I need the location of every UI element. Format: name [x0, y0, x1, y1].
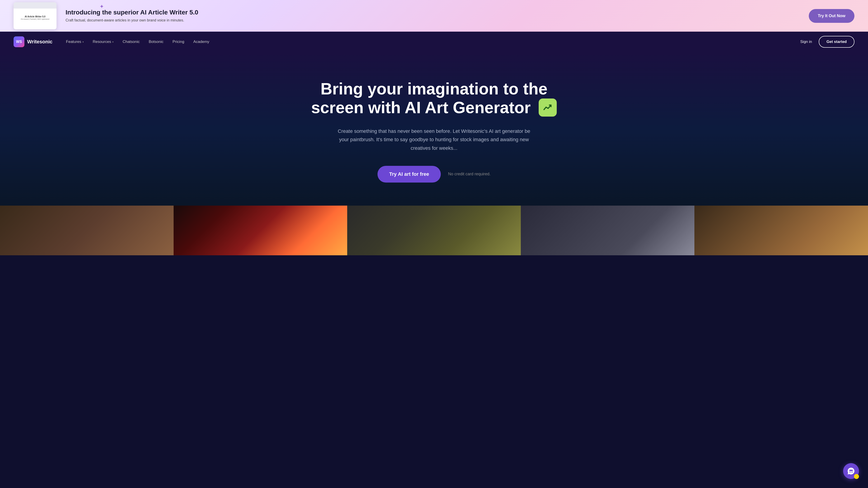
hero-cta-row: Try AI art for free No credit card requi…: [377, 166, 491, 183]
banner-product-subtitle: On-brand | Factual | SEO optimized: [16, 18, 54, 20]
hero-title-line1: Bring your imagination to the: [320, 80, 548, 98]
hero-title: Bring your imagination to the screen wit…: [311, 79, 557, 118]
nav-item-pricing[interactable]: Pricing: [173, 39, 184, 44]
chevron-down-icon-2: ▾: [112, 41, 114, 43]
chevron-down-icon: ▾: [83, 41, 84, 43]
logo-text: Writesonic: [27, 39, 53, 45]
gallery-strip: [0, 205, 868, 255]
hero-cta-note: No credit card required.: [448, 172, 491, 176]
banner-description: Craft factual, document-aware articles i…: [66, 18, 809, 23]
nav-item-features-label: Features: [66, 39, 81, 44]
sparkle-icon-2: ✦: [99, 3, 104, 10]
chart-trend-icon: [543, 103, 553, 112]
gallery-image-3: [347, 205, 521, 255]
sign-in-button[interactable]: Sign in: [800, 39, 812, 44]
navbar: WS Writesonic Features ▾ Resources ▾ Cha…: [0, 32, 868, 52]
nav-item-academy[interactable]: Academy: [193, 39, 209, 44]
banner-text-content: Introducing the superior AI Article Writ…: [66, 9, 809, 23]
nav-item-resources[interactable]: Resources ▾: [93, 39, 114, 44]
hero-cta-button[interactable]: Try AI art for free: [377, 166, 441, 183]
banner-product-image: AI Article Writer 5.0 On-brand | Factual…: [13, 2, 57, 29]
banner-heading: Introducing the superior AI Article Writ…: [66, 9, 809, 16]
gallery-image-1: [0, 205, 174, 255]
get-started-button[interactable]: Get started: [819, 36, 855, 48]
top-banner: ✦ ✦ AI Article Writer 5.0 On-brand | Fac…: [0, 0, 868, 32]
nav-item-botsonic[interactable]: Botsonic: [149, 39, 163, 44]
banner-cta-button[interactable]: Try It Out Now: [809, 9, 855, 23]
nav-item-features[interactable]: Features ▾: [66, 39, 84, 44]
nav-item-chatsonic[interactable]: Chatsonic: [123, 39, 140, 44]
hero-description: Create something that has never been see…: [332, 127, 536, 152]
nav-item-botsonic-label: Botsonic: [149, 39, 163, 44]
nav-item-academy-label: Academy: [193, 39, 209, 44]
hero-section: Bring your imagination to the screen wit…: [0, 52, 868, 205]
ai-art-icon-badge: [539, 98, 557, 117]
banner-product-title: AI Article Writer 5.0: [16, 15, 54, 18]
logo[interactable]: WS Writesonic: [13, 36, 53, 47]
nav-item-resources-label: Resources: [93, 39, 111, 44]
hero-title-line2: screen with AI Art Generator: [311, 98, 557, 117]
gallery-image-5: [694, 205, 868, 255]
nav-item-chatsonic-label: Chatsonic: [123, 39, 140, 44]
gallery-image-4: [521, 205, 694, 255]
logo-icon: WS: [13, 36, 24, 47]
nav-item-pricing-label: Pricing: [173, 39, 184, 44]
nav-links: Features ▾ Resources ▾ Chatsonic Botsoni…: [66, 39, 800, 44]
gallery-image-2: [174, 205, 347, 255]
nav-right: Sign in Get started: [800, 36, 855, 48]
